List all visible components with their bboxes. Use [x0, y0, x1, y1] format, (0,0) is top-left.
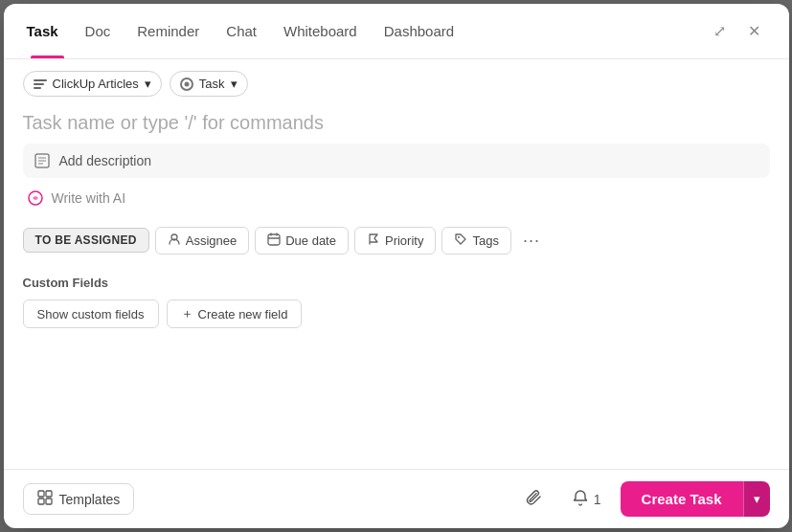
custom-fields-section: Custom Fields Show custom fields ＋ Creat… — [23, 264, 770, 338]
create-task-modal: Task Doc Reminder Chat Whiteboard Dashbo… — [4, 4, 789, 528]
assigned-pill[interactable]: TO BE ASSIGNED — [23, 228, 149, 253]
custom-fields-label: Custom Fields — [23, 276, 770, 290]
list-label: ClickUp Articles — [53, 77, 139, 91]
create-new-field-button[interactable]: ＋ Create new field — [167, 299, 303, 328]
add-description-button[interactable]: Add description — [23, 144, 770, 178]
svg-rect-14 — [46, 499, 52, 504]
flag-icon — [367, 233, 380, 249]
tab-doc[interactable]: Doc — [72, 4, 124, 58]
hamburger-icon — [34, 79, 47, 89]
list-selector-button[interactable]: ClickUp Articles ▾ — [23, 71, 162, 97]
notification-count: 1 — [594, 492, 601, 507]
due-date-label: Due date — [285, 233, 336, 248]
tab-task[interactable]: Task — [23, 4, 72, 58]
action-pills-row: TO BE ASSIGNED Assignee — [23, 216, 770, 264]
description-icon — [34, 153, 50, 168]
assignee-label: Assignee — [186, 233, 237, 248]
toolbar-row: ClickUp Articles ▾ Task ▾ — [23, 71, 770, 97]
svg-rect-12 — [46, 491, 52, 497]
ai-icon — [27, 189, 44, 207]
expand-button[interactable]: ⤢ — [705, 16, 735, 47]
custom-fields-actions: Show custom fields ＋ Create new field — [23, 299, 770, 328]
svg-rect-13 — [38, 499, 44, 504]
svg-rect-11 — [38, 491, 44, 497]
task-type-icon — [180, 78, 193, 91]
add-description-label: Add description — [59, 153, 152, 168]
tab-whiteboard[interactable]: Whiteboard — [270, 4, 371, 58]
assignee-pill[interactable]: Assignee — [155, 227, 249, 255]
paperclip-icon — [526, 489, 543, 509]
show-custom-fields-button[interactable]: Show custom fields — [23, 299, 159, 328]
create-new-field-label: Create new field — [198, 307, 288, 321]
bell-icon — [572, 489, 589, 509]
notifications-button[interactable]: 1 — [562, 483, 611, 515]
tab-chat[interactable]: Chat — [213, 4, 270, 58]
task-type-label: Task — [199, 77, 225, 91]
plus-icon: ＋ — [181, 305, 193, 322]
modal-content: ClickUp Articles ▾ Task ▾ — [4, 59, 789, 469]
chevron-down-icon: ▾ — [754, 492, 760, 506]
tab-reminder[interactable]: Reminder — [124, 4, 213, 58]
write-ai-label: Write with AI — [52, 190, 126, 206]
attachment-button[interactable] — [516, 483, 553, 515]
templates-icon — [37, 490, 53, 508]
footer: Templates 1 Crea — [4, 469, 789, 528]
more-options-button[interactable]: ··· — [517, 226, 546, 255]
tab-bar: Task Doc Reminder Chat Whiteboard Dashbo… — [4, 4, 789, 59]
type-chevron-icon: ▾ — [231, 77, 238, 91]
assignee-icon — [168, 233, 181, 249]
close-button[interactable]: ✕ — [739, 16, 770, 47]
calendar-icon — [267, 233, 281, 249]
create-task-button[interactable]: Create Task — [621, 481, 743, 517]
tab-dashboard[interactable]: Dashboard — [371, 4, 467, 58]
chevron-down-icon: ▾ — [145, 77, 151, 91]
priority-label: Priority — [385, 233, 423, 248]
svg-point-10 — [458, 236, 460, 238]
modal-overlay: Task Doc Reminder Chat Whiteboard Dashbo… — [0, 0, 792, 532]
svg-rect-6 — [268, 234, 280, 245]
write-ai-button[interactable]: Write with AI — [23, 186, 770, 216]
tag-icon — [454, 233, 467, 249]
create-task-group: Create Task ▾ — [621, 481, 770, 517]
tags-label: Tags — [472, 233, 498, 248]
priority-pill[interactable]: Priority — [354, 227, 436, 255]
create-task-dropdown-button[interactable]: ▾ — [743, 481, 770, 517]
tags-pill[interactable]: Tags — [441, 227, 510, 255]
templates-label: Templates — [59, 492, 121, 507]
due-date-pill[interactable]: Due date — [255, 227, 349, 255]
templates-button[interactable]: Templates — [23, 483, 135, 515]
task-name-input[interactable] — [23, 108, 770, 144]
task-type-selector-button[interactable]: Task ▾ — [170, 71, 248, 97]
